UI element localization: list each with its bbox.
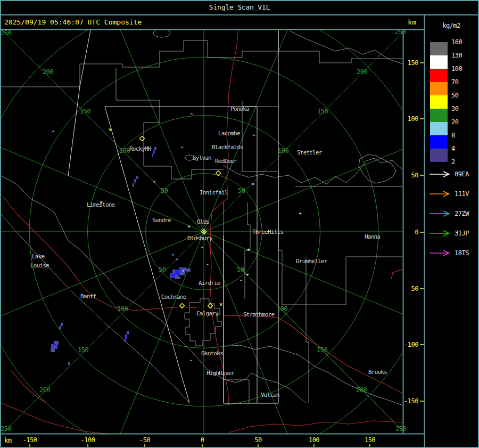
storm-track-arrow: [429, 210, 451, 217]
ring-distance-label: 200: [39, 386, 50, 394]
county-boundary: [80, 40, 278, 87]
place-label: RockyMH: [129, 145, 151, 152]
town-marker-caret: ^: [190, 112, 193, 118]
range-ring: [0, 0, 479, 448]
ring-distance-label: 100: [277, 305, 287, 313]
storm-track-row: 111V: [429, 190, 478, 198]
bottom-axis-tick-label: -50: [139, 436, 150, 444]
place-label: Didsbury: [187, 235, 213, 242]
place-label: Hanna: [365, 233, 380, 240]
polar-grid: [0, 0, 479, 448]
ring-distance-label: 200: [357, 68, 367, 76]
storm-track-arrow: [429, 230, 451, 237]
town-marker-plus: +: [187, 224, 191, 229]
place-label: Sundre: [152, 217, 171, 224]
precip-echo: [54, 341, 59, 345]
echo-layer: [51, 147, 191, 365]
bottom-axis-tick-label: 100: [309, 436, 319, 444]
place-label: Airdrie: [199, 280, 220, 287]
ring-distance-label: 100: [119, 147, 130, 154]
right-axis-tick-label: 150: [408, 59, 418, 67]
precip-echo: [54, 346, 55, 347]
right-axis-tick-label: -50: [408, 285, 418, 292]
place-label: Innisfail: [200, 189, 228, 196]
legend-value: 2: [451, 158, 476, 166]
storm-track-row: 31JP: [429, 230, 478, 237]
ring-distance-label: 150: [78, 346, 88, 354]
place-label: Ponoka: [230, 105, 249, 112]
county-boundary: [278, 172, 282, 305]
map-boundaries: [1, 29, 403, 405]
town-marker-plus: +: [247, 247, 250, 252]
legend-panel: kg/m2 16013010070503020842 09EA111V27ZW3…: [425, 14, 478, 448]
legend-value: 130: [451, 51, 476, 60]
right-axis-tick-label: -150: [404, 397, 418, 405]
ring-distance-label: 150: [317, 346, 327, 354]
radar-site-diamond: [180, 304, 185, 308]
storm-track-row: 18TS: [429, 249, 478, 257]
place-label: Lacombe: [218, 130, 240, 137]
place-label: ThreeHills: [252, 229, 283, 235]
right-axis-tick-label: -100: [404, 341, 418, 348]
radar-window: Single_Scan_VIL 2025/09/19 05:46:07 UTC …: [0, 0, 479, 448]
county-boundary: [1, 214, 189, 403]
precip-echo: [154, 147, 156, 150]
radar-center-dot: [203, 231, 205, 233]
storm-track-id: 09EA: [455, 170, 469, 178]
town-marker-star: *: [251, 182, 255, 189]
legend-value: 30: [451, 104, 476, 113]
legend-value: 20: [451, 118, 476, 126]
legend-swatch: [430, 135, 448, 149]
town-marker-caret: ^: [52, 130, 55, 135]
precip-echo: [135, 181, 136, 183]
ring-distance-label: 200: [356, 386, 367, 394]
ring-distance-label: 250: [1, 29, 11, 37]
ring-distance-label: 250: [1, 425, 11, 433]
radial-line: [0, 232, 204, 346]
precip-echo: [175, 270, 180, 275]
range-ring: [0, 0, 436, 448]
town-marker-plus: +: [246, 272, 249, 277]
bottom-axis-tick-label: -100: [81, 436, 95, 444]
legend-swatch: [430, 82, 448, 95]
ring-distance-label: 150: [317, 108, 328, 115]
county-boundary: [116, 68, 224, 179]
storm-track-row: 09EA: [429, 170, 478, 178]
highway: [391, 269, 403, 279]
place-label: HighRiver: [207, 370, 235, 377]
town-marker-caret: ^: [240, 279, 243, 284]
storm-track-id: 111V: [455, 190, 469, 198]
legend-value: 50: [451, 91, 476, 100]
town-marker-caret: ^: [189, 359, 193, 364]
place-label: Vulcan: [261, 392, 279, 398]
town-marker-plus: +: [171, 252, 175, 257]
ring-distance-label: 150: [80, 108, 90, 115]
precip-echo: [175, 276, 180, 279]
radial-line: [90, 0, 204, 232]
legend-swatch: [430, 69, 448, 82]
town-marker-plus: +: [153, 179, 156, 184]
precip-echo: [171, 273, 175, 278]
town-marker-caret: ^: [206, 263, 209, 268]
legend-value: 8: [451, 131, 476, 140]
storm-track-id: 31JP: [455, 230, 469, 237]
ring-distance-label: 200: [43, 68, 53, 76]
highway: [224, 315, 403, 394]
legend-value: 70: [451, 78, 476, 86]
radial-line: [90, 232, 204, 448]
map-canvas: 2502001501005050100150200250501001502002…: [0, 0, 479, 448]
place-label: Okotoks: [201, 350, 223, 357]
storm-track-arrow: [429, 250, 451, 256]
right-axis-tick-label: 0: [415, 229, 418, 236]
radial-line: [0, 118, 204, 232]
storm-marker-vee: v: [219, 302, 222, 307]
ring-distance-label: 50: [237, 266, 244, 273]
ring-distance-label: 50: [161, 187, 168, 194]
bottom-axis-tick-label: 50: [254, 436, 262, 444]
highway: [210, 30, 238, 403]
legend-unit-label: kg/m2: [425, 22, 478, 29]
precip-echo: [124, 339, 126, 342]
right-axis-tick-label: 100: [408, 115, 418, 123]
legend-value: 100: [451, 64, 476, 73]
town-marker-caret: ^: [201, 246, 204, 251]
